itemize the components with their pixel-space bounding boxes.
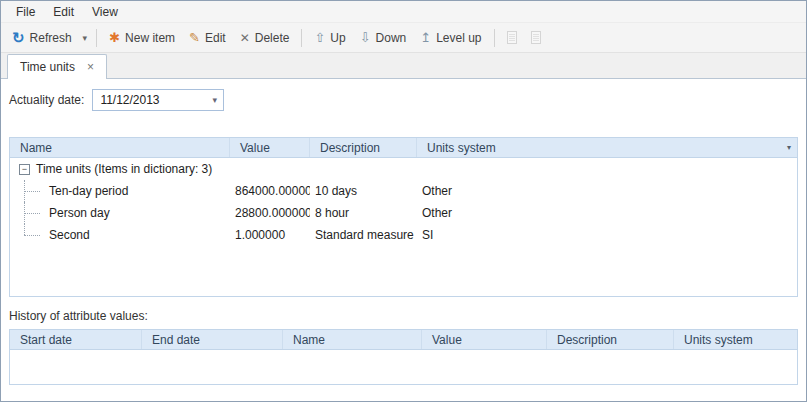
actuality-date-combobox[interactable]: 11/12/2013 ▾ bbox=[92, 89, 224, 111]
column-header-start-date[interactable]: Start date bbox=[10, 330, 142, 349]
menu-edit[interactable]: Edit bbox=[44, 2, 83, 22]
edit-button[interactable]: ✎ Edit bbox=[182, 28, 233, 48]
group-units-cell bbox=[417, 158, 797, 180]
table-row[interactable]: Person day 28800.000000 8 hour Other bbox=[10, 202, 797, 224]
copy-document-icon bbox=[507, 31, 517, 44]
group-description-cell bbox=[310, 158, 417, 180]
table-row[interactable]: Ten-day period 864000.000000 10 days Oth… bbox=[10, 180, 797, 202]
actuality-date-value: 11/12/2013 bbox=[93, 93, 159, 107]
content-area: Actuality date: 11/12/2013 ▾ Name Value … bbox=[1, 89, 806, 402]
delete-x-icon: ✕ bbox=[240, 32, 250, 44]
name-cell: Ten-day period bbox=[10, 180, 230, 202]
units-system-cell: Other bbox=[417, 180, 797, 202]
group-label: Time units (Items in dictionary: 3) bbox=[36, 162, 212, 176]
history-section-label: History of attribute values: bbox=[9, 309, 798, 323]
history-grid: Start date End date Name Value Descripti… bbox=[9, 329, 798, 385]
description-cell: 10 days bbox=[310, 180, 417, 202]
history-grid-header: Start date End date Name Value Descripti… bbox=[10, 330, 797, 350]
up-button[interactable]: ⇧ Up bbox=[307, 28, 352, 48]
column-header-end-date[interactable]: End date bbox=[142, 330, 283, 349]
description-cell: Standard measure bbox=[310, 224, 417, 246]
description-cell: 8 hour bbox=[310, 202, 417, 224]
tab-time-units[interactable]: Time units × bbox=[7, 54, 107, 79]
column-header-value[interactable]: Value bbox=[230, 138, 310, 157]
group-value-cell bbox=[230, 158, 310, 180]
table-row[interactable]: Second 1.000000 Standard measure SI bbox=[10, 224, 797, 246]
row-name: Ten-day period bbox=[49, 184, 128, 198]
grid-empty-area bbox=[10, 246, 797, 296]
tree-line bbox=[24, 224, 25, 235]
refresh-dropdown-icon[interactable]: ▾ bbox=[79, 30, 92, 46]
delete-label: Delete bbox=[255, 31, 290, 45]
grid-header: Name Value Description Units system ▾ bbox=[10, 138, 797, 158]
column-header-value[interactable]: Value bbox=[422, 330, 547, 349]
down-label: Down bbox=[376, 31, 407, 45]
new-item-label: New item bbox=[125, 31, 175, 45]
history-grid-empty-area bbox=[10, 350, 797, 384]
group-name-cell: − Time units (Items in dictionary: 3) bbox=[10, 158, 230, 180]
level-up-icon: ↥ bbox=[420, 31, 431, 44]
name-cell: Second bbox=[10, 224, 230, 246]
toolbar-separator bbox=[494, 29, 495, 47]
row-name: Second bbox=[49, 228, 90, 242]
value-cell: 28800.000000 bbox=[230, 202, 310, 224]
value-cell: 1.000000 bbox=[230, 224, 310, 246]
menu-file[interactable]: File bbox=[7, 2, 44, 22]
new-item-button[interactable]: ✱ New item bbox=[102, 28, 182, 48]
paste-document-icon bbox=[531, 31, 541, 44]
column-header-units-system[interactable]: Units system bbox=[417, 138, 797, 157]
up-label: Up bbox=[330, 31, 345, 45]
refresh-button[interactable]: ↻ Refresh bbox=[5, 28, 79, 48]
arrow-up-icon: ⇧ bbox=[314, 31, 325, 44]
refresh-icon: ↻ bbox=[12, 31, 25, 45]
toolbar: ↻ Refresh ▾ ✱ New item ✎ Edit ✕ Delete ⇧… bbox=[1, 23, 806, 53]
combo-dropdown-icon[interactable]: ▾ bbox=[206, 90, 223, 110]
column-chooser-icon[interactable]: ▾ bbox=[784, 138, 794, 157]
copy-button[interactable] bbox=[500, 28, 524, 47]
column-header-description[interactable]: Description bbox=[547, 330, 674, 349]
tab-close-icon[interactable]: × bbox=[85, 62, 96, 72]
delete-button[interactable]: ✕ Delete bbox=[233, 28, 297, 48]
toolbar-separator bbox=[96, 29, 97, 47]
level-up-button[interactable]: ↥ Level up bbox=[413, 28, 488, 48]
paste-button[interactable] bbox=[524, 28, 548, 47]
column-header-name[interactable]: Name bbox=[10, 138, 230, 157]
toolbar-separator bbox=[301, 29, 302, 47]
menu-bar: File Edit View bbox=[1, 1, 806, 23]
down-button[interactable]: ⇩ Down bbox=[353, 28, 414, 48]
column-header-description[interactable]: Description bbox=[310, 138, 417, 157]
arrow-down-icon: ⇩ bbox=[360, 31, 371, 44]
tree-line bbox=[24, 213, 40, 214]
name-cell: Person day bbox=[10, 202, 230, 224]
tree-line bbox=[24, 235, 40, 236]
column-header-name[interactable]: Name bbox=[283, 330, 422, 349]
tab-label: Time units bbox=[20, 60, 75, 74]
collapse-icon[interactable]: − bbox=[19, 164, 30, 175]
new-item-icon: ✱ bbox=[109, 31, 120, 44]
menu-view[interactable]: View bbox=[83, 2, 127, 22]
actuality-date-label: Actuality date: bbox=[9, 93, 84, 107]
application-window: File Edit View ↻ Refresh ▾ ✱ New item ✎ … bbox=[0, 0, 807, 402]
refresh-label: Refresh bbox=[30, 31, 72, 45]
units-system-cell: Other bbox=[417, 202, 797, 224]
row-name: Person day bbox=[49, 206, 110, 220]
units-system-cell: SI bbox=[417, 224, 797, 246]
time-units-grid: Name Value Description Units system ▾ − … bbox=[9, 137, 798, 297]
value-cell: 864000.000000 bbox=[230, 180, 310, 202]
group-row-time-units[interactable]: − Time units (Items in dictionary: 3) bbox=[10, 158, 797, 180]
edit-label: Edit bbox=[205, 31, 226, 45]
column-header-units-system[interactable]: Units system bbox=[674, 330, 797, 349]
edit-pencil-icon: ✎ bbox=[189, 31, 200, 44]
filter-row: Actuality date: 11/12/2013 ▾ bbox=[9, 89, 798, 111]
level-up-label: Level up bbox=[436, 31, 481, 45]
tree-line bbox=[24, 191, 40, 192]
tab-strip: Time units × bbox=[1, 53, 806, 79]
